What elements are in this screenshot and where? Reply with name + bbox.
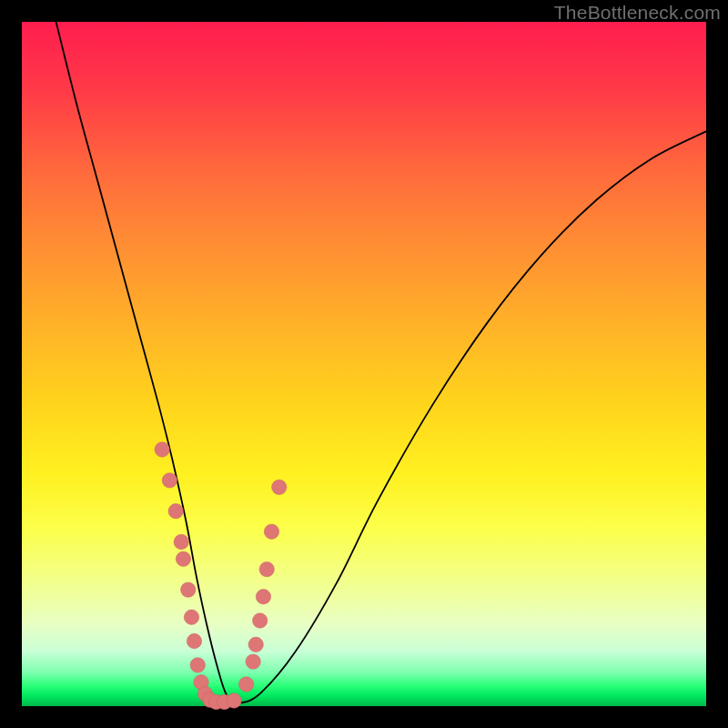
marker-dot bbox=[248, 637, 263, 652]
marker-group bbox=[155, 442, 287, 710]
marker-dot bbox=[238, 677, 253, 692]
marker-dot bbox=[174, 534, 188, 549]
marker-dot bbox=[155, 442, 169, 457]
marker-dot bbox=[259, 561, 274, 576]
marker-dot bbox=[187, 633, 201, 648]
marker-dot bbox=[181, 582, 196, 597]
marker-dot bbox=[190, 658, 205, 672]
marker-dot bbox=[184, 610, 198, 624]
marker-dot bbox=[227, 693, 241, 708]
marker-dot bbox=[162, 473, 177, 488]
marker-dot bbox=[246, 654, 260, 669]
bottleneck-curve-path bbox=[56, 22, 706, 703]
watermark-text: TheBottleneck.com bbox=[554, 2, 721, 24]
marker-dot bbox=[252, 613, 267, 628]
marker-dot bbox=[168, 503, 183, 518]
chart-svg bbox=[22, 22, 706, 706]
marker-dot bbox=[176, 551, 190, 566]
marker-dot bbox=[264, 524, 278, 539]
marker-dot bbox=[272, 480, 287, 494]
marker-dot bbox=[256, 589, 270, 603]
chart-frame bbox=[22, 22, 706, 706]
